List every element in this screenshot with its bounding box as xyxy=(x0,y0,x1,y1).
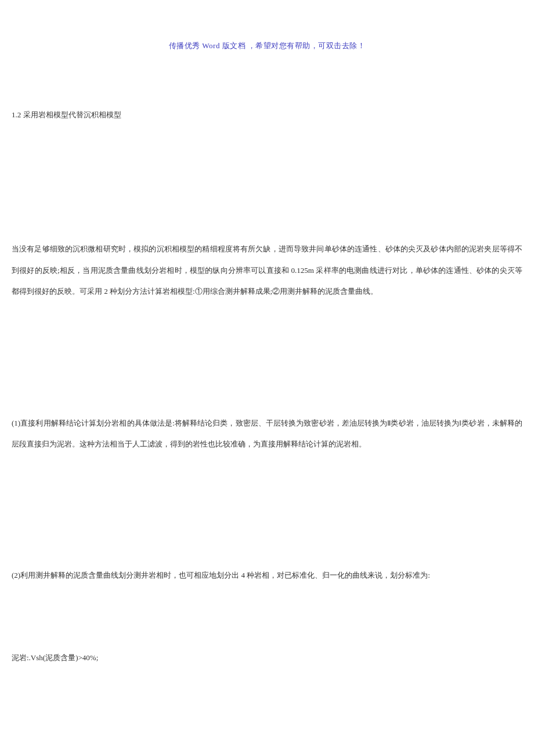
section-title: 1.2 采用岩相模型代替沉积相模型 xyxy=(12,105,522,125)
document-content: 1.2 采用岩相模型代替沉积相模型 当没有足够细致的沉积微相研究时，模拟的沉积相… xyxy=(12,105,522,729)
paragraph-4: 泥岩:.Vsh(泥质含量)>40%; xyxy=(12,647,522,668)
header-notice: 传播优秀 Word 版文档 ，希望对您有帮助，可双击去除！ xyxy=(0,41,534,51)
paragraph-3: (2)利用测井解释的泥质含量曲线划分测井岩相时，也可相应地划分出 4 种岩相，对… xyxy=(12,565,522,586)
paragraph-2: (1)直接利用解释结论计算划分岩相的具体做法是:将解释结论归类，致密层、干层转换… xyxy=(12,413,522,455)
paragraph-1: 当没有足够细致的沉积微相研究时，模拟的沉积相模型的精细程度将有所欠缺，进而导致井… xyxy=(12,239,522,302)
